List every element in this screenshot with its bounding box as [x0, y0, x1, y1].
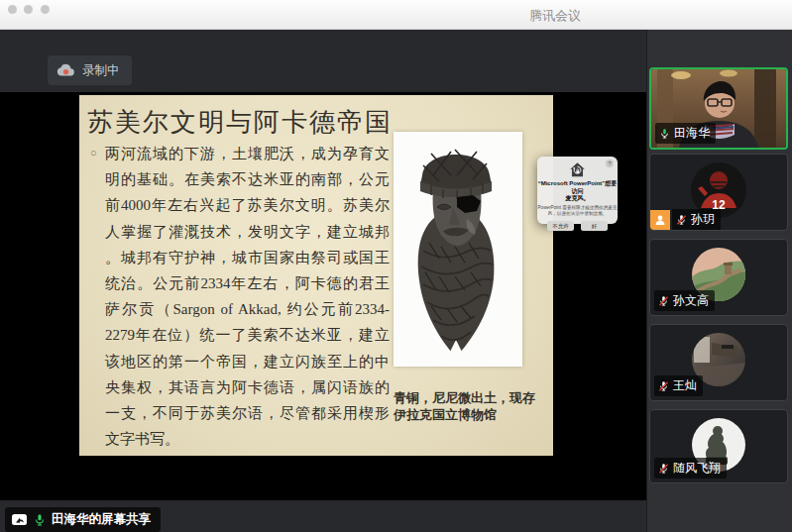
mic-muted-icon: [658, 295, 669, 307]
participant-name-label: 王灿: [654, 375, 703, 396]
slide-body-line: 央集权，其语言为阿卡德语，属闪语族的: [105, 374, 390, 400]
member-role-badge: [650, 210, 670, 230]
participant-name: 王灿: [673, 377, 697, 394]
participant-name-label: 孙玥: [672, 209, 721, 230]
slide-title: 苏美尔文明与阿卡德帝国: [87, 105, 393, 140]
slide-body-line: 该地区的第一个帝国，建立闪族至上的中: [105, 349, 390, 374]
mic-muted-icon: [658, 463, 669, 475]
window-title: 腾讯会议: [529, 7, 581, 25]
sargon-head-image: [394, 132, 522, 367]
participant-name-label: 田海华: [655, 123, 716, 144]
slide-body-line: 。城邦有守护神，城市国家由祭司或国王: [105, 245, 390, 270]
slide-body-line: 2279年在位）统一了美索不达米亚，建立: [105, 322, 390, 348]
image-caption: 青铜，尼尼微出土，现存 伊拉克国立博物馆: [394, 389, 542, 423]
participant-tile-sunwengao[interactable]: 孙文高: [649, 239, 788, 316]
participant-name: 孙文高: [673, 292, 709, 309]
dialog-body-line: 风，以便在演示中录制音频。: [537, 211, 618, 217]
dialog-body-line: PowerPoint 需要权限才能使用你的麦克: [537, 205, 618, 211]
slide-body-line: 文字书写。: [105, 426, 390, 452]
slide-body: 两河流域的下游，土壤肥沃，成为孕育文 明的基础。在美索不达米亚的南部，公元 前4…: [105, 141, 390, 452]
slide-body-line: 统治。公元前2334年左右，阿卡德的君王: [105, 270, 390, 296]
slide-body-line: 人掌握了灌溉技术，发明文字，建立城邦: [105, 219, 390, 245]
participant-tile-suifengfeixiang[interactable]: 随风飞翔: [649, 409, 788, 483]
slide-body-line: 前4000年左右兴起了苏美尔文明。苏美尔: [105, 192, 390, 218]
recording-label: 录制中: [82, 62, 120, 79]
privacy-home-icon: [569, 161, 586, 178]
close-window-icon[interactable]: [8, 5, 17, 14]
person-icon: [654, 214, 666, 226]
screen-share-label: 田海华的屏幕共享: [52, 511, 151, 528]
participant-name: 孙玥: [691, 211, 715, 228]
recording-indicator[interactable]: 录制中: [48, 55, 132, 85]
screen-share-icon: [11, 513, 28, 527]
dialog-title: “Microsoft PowerPoint”想要访问 麦克风。: [537, 180, 618, 203]
sargon-head-illustration: [394, 132, 522, 367]
participant-name: 田海华: [674, 125, 710, 142]
powerpoint-permission-dialog: ? “Microsoft PowerPoint”想要访问 麦克风。 PowerP…: [537, 157, 618, 224]
dialog-title-line: “Microsoft PowerPoint”想要访问: [537, 180, 618, 195]
mic-on-icon: [659, 128, 670, 140]
caption-line: 伊拉克国立博物馆: [394, 406, 542, 423]
participant-name-label: 随风飞翔: [654, 458, 727, 479]
dialog-body: PowerPoint 需要权限才能使用你的麦克 风，以便在演示中录制音频。: [537, 205, 618, 217]
dialog-title-line: 麦克风。: [537, 195, 618, 203]
participant-tile-sunyue[interactable]: 12 孙玥: [649, 154, 788, 231]
mic-muted-icon: [658, 380, 669, 392]
caption-line: 青铜，尼尼微出土，现存: [394, 389, 542, 406]
participant-name-label: 孙文高: [654, 290, 715, 311]
ok-button[interactable]: 好: [581, 221, 608, 231]
window-titlebar: 腾讯会议: [0, 0, 792, 30]
share-mic-on-icon: [34, 513, 46, 527]
participant-tile-wangcan[interactable]: 王灿: [649, 324, 788, 401]
participant-name: 随风飞翔: [673, 460, 721, 477]
slide-body-line: 两河流域的下游，土壤肥沃，成为孕育文: [105, 141, 390, 166]
presentation-slide: 苏美尔文明与阿卡德帝国 ○ 两河流域的下游，土壤肥沃，成为孕育文 明的基础。在美…: [79, 95, 553, 456]
cloud-record-icon: [57, 63, 75, 77]
slide-body-line: 明的基础。在美索不达米亚的南部，公元: [105, 166, 390, 192]
deny-button[interactable]: 不允许: [547, 221, 574, 231]
help-icon[interactable]: ?: [606, 160, 614, 167]
zoom-window-icon[interactable]: [41, 5, 50, 14]
screen-share-banner: 田海华的屏幕共享: [5, 507, 161, 532]
mic-muted-icon: [676, 214, 687, 226]
slide-body-line: 一支，不同于苏美尔语，尽管都采用楔形: [105, 400, 390, 426]
participant-tile-tianhaihua[interactable]: 田海华: [649, 67, 788, 150]
bullet-icon: ○: [90, 147, 97, 159]
slide-body-line: 萨尔贡（Sargon of Akkad, 约公元前2334-: [105, 296, 390, 322]
minimize-window-icon[interactable]: [24, 5, 33, 14]
